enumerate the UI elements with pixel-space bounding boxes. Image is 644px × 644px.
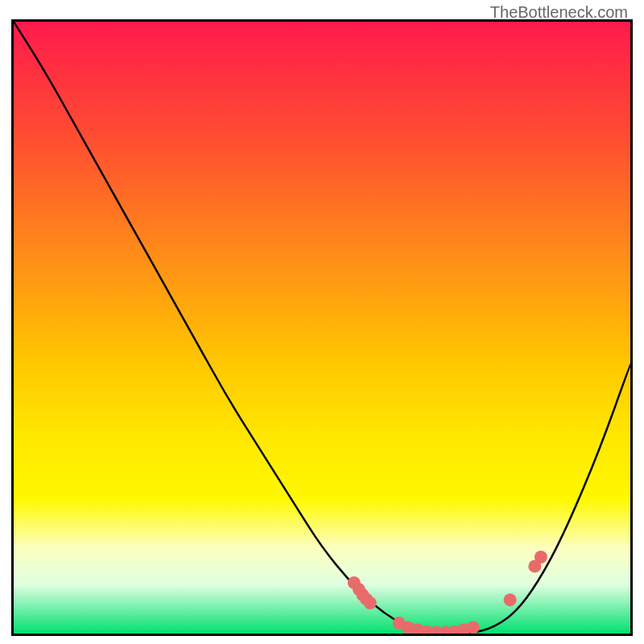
chart-svg	[14, 22, 630, 634]
bottleneck-curve	[14, 22, 630, 634]
highlighted-point	[535, 551, 547, 564]
chart-frame	[11, 19, 633, 636]
highlighted-point	[504, 593, 517, 606]
highlighted-point	[364, 597, 377, 609]
highlighted-point	[467, 621, 480, 634]
highlighted-points-group	[348, 551, 547, 634]
watermark-text: TheBottleneck.com	[490, 3, 628, 22]
